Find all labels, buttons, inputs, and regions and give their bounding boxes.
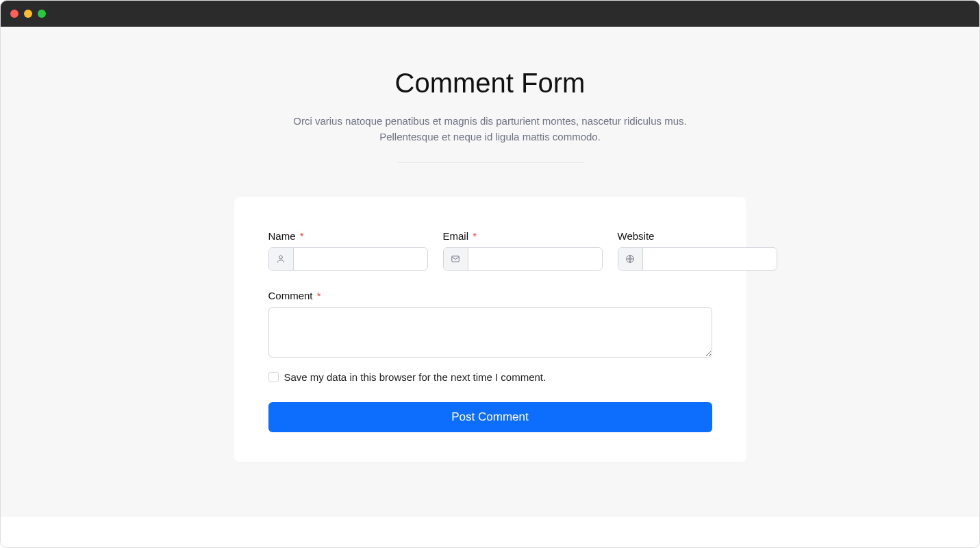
app-window: Comment Form Orci varius natoque penatib… <box>0 0 980 548</box>
form-row-top: Name * Email * <box>268 230 712 271</box>
website-label: Website <box>618 230 777 242</box>
name-label: Name * <box>268 230 428 242</box>
maximize-window-button[interactable] <box>38 10 46 18</box>
close-window-button[interactable] <box>10 10 18 18</box>
comment-form-card: Name * Email * <box>234 197 746 462</box>
post-comment-button[interactable]: Post Comment <box>268 402 712 432</box>
comment-textarea[interactable] <box>268 307 712 358</box>
email-label-text: Email <box>443 230 469 242</box>
mail-icon <box>444 248 468 270</box>
page-body: Comment Form Orci varius natoque penatib… <box>1 27 979 517</box>
user-icon <box>269 248 294 270</box>
email-required-marker: * <box>473 230 477 242</box>
globe-icon <box>618 248 643 270</box>
comment-field: Comment * <box>268 290 712 358</box>
name-input[interactable] <box>294 248 427 270</box>
name-field: Name * <box>268 230 428 271</box>
window-controls <box>10 10 46 18</box>
minimize-window-button[interactable] <box>24 10 32 18</box>
header-divider <box>397 162 583 163</box>
comment-required-marker: * <box>317 290 321 301</box>
name-label-text: Name <box>268 230 296 242</box>
save-data-row: Save my data in this browser for the nex… <box>268 371 712 383</box>
email-field: Email * <box>443 230 603 271</box>
page-title: Comment Form <box>216 68 764 99</box>
website-input-group <box>618 247 777 271</box>
comment-label: Comment * <box>268 290 712 301</box>
titlebar <box>1 1 979 27</box>
comment-label-text: Comment <box>268 290 313 301</box>
svg-point-0 <box>279 256 283 259</box>
website-label-text: Website <box>618 230 655 242</box>
page-header: Comment Form Orci varius natoque penatib… <box>216 68 764 163</box>
name-required-marker: * <box>300 230 304 242</box>
svg-rect-1 <box>452 256 460 262</box>
email-input[interactable] <box>468 248 602 270</box>
email-input-group <box>443 247 603 271</box>
website-input[interactable] <box>643 248 777 270</box>
save-data-checkbox[interactable] <box>268 372 279 382</box>
website-field: Website <box>618 230 777 271</box>
save-data-label[interactable]: Save my data in this browser for the nex… <box>284 371 546 383</box>
name-input-group <box>268 247 428 271</box>
page-subtitle: Orci varius natoque penatibus et magnis … <box>271 114 709 145</box>
email-label: Email * <box>443 230 603 242</box>
